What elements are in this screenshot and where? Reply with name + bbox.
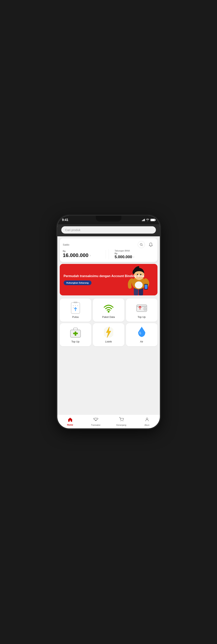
tabungan-amount: 5.000.000 — [115, 255, 132, 259]
keranjang-nav-label: Keranjang — [116, 424, 126, 426]
banner-title: Permudah transaksimu dengan Account Bind… — [64, 274, 153, 278]
wifi-icon — [103, 302, 115, 313]
transaksi-icon — [93, 417, 98, 423]
service-item-paket-data[interactable]: Paket Data — [93, 298, 124, 322]
services-grid: Pulsa Paket D — [57, 297, 160, 348]
signal-icon — [142, 219, 145, 221]
svg-rect-22 — [144, 308, 146, 310]
card-header-row: Saldo — [63, 241, 154, 248]
svg-point-31 — [146, 418, 148, 420]
top-search-input[interactable]: Cari produk — [61, 226, 156, 234]
topup-1-icon — [136, 302, 148, 313]
paket-data-icon-wrap — [103, 302, 115, 314]
svg-line-1 — [142, 245, 142, 246]
listrik-icon-wrap — [103, 326, 115, 338]
balance-divider — [109, 249, 109, 259]
banner-button[interactable]: Hubungkan Sekarang — [64, 280, 91, 285]
banner-text-area: Permudah transaksimu dengan Account Bind… — [60, 270, 157, 289]
phone-wrapper: 9:41 — [55, 214, 162, 430]
bottom-nav: Home Transaksi — [57, 414, 160, 428]
listrik-label: Listrik — [105, 340, 112, 343]
svg-rect-25 — [73, 333, 78, 334]
phone-screen: 9:41 — [57, 216, 160, 428]
air-icon-wrap — [136, 326, 148, 338]
topup-2-icon-wrap — [70, 326, 81, 338]
status-time: 9:41 — [62, 218, 68, 222]
saldo-amount: 16.000.000 — [63, 252, 89, 258]
main-content: Saldo — [57, 236, 160, 414]
paket-data-label: Paket Data — [102, 316, 115, 318]
phone-frame: 9:41 — [57, 216, 160, 428]
balance-columns: Rp 16.000.000 › Tabungan BINA Rp 5.000.0 — [63, 249, 154, 259]
saldo-arrow-icon: › — [90, 254, 91, 257]
pulsa-icon-wrap — [70, 302, 81, 314]
nav-item-home[interactable]: Home — [57, 416, 83, 428]
pulsa-icon — [70, 301, 81, 314]
transaksi-nav-label: Transaksi — [91, 424, 100, 426]
balance-card: Saldo — [60, 238, 157, 262]
balance-main[interactable]: Rp 16.000.000 › — [63, 250, 106, 258]
service-item-top-up-2[interactable]: Top Up — [60, 323, 91, 346]
svg-point-18 — [73, 307, 74, 308]
service-item-top-up-1[interactable]: Top Up — [126, 298, 157, 322]
notch — [96, 216, 121, 222]
topup-2-label: Top Up — [71, 340, 79, 343]
svg-point-15 — [73, 305, 74, 306]
water-icon — [137, 326, 147, 338]
keranjang-icon — [119, 417, 124, 423]
service-item-listrik[interactable]: Listrik — [93, 323, 124, 346]
svg-point-19 — [108, 311, 109, 312]
search-placeholder: Cari produk — [65, 228, 81, 232]
topup-1-label: Top Up — [138, 316, 146, 318]
topup-1-icon-wrap — [136, 302, 148, 314]
status-icons — [142, 218, 155, 222]
bell-button[interactable] — [147, 241, 154, 248]
empty-space — [57, 348, 160, 360]
home-nav-label: Home — [67, 424, 73, 426]
nav-item-transaksi[interactable]: Transaksi — [83, 416, 109, 428]
nav-item-keranjang[interactable]: Keranjang — [109, 416, 134, 428]
top-search-area: Cari produk — [57, 224, 160, 236]
home-icon — [68, 417, 73, 423]
saldo-currency: Rp — [63, 250, 102, 252]
svg-point-29 — [121, 421, 121, 422]
svg-rect-14 — [74, 302, 77, 303]
akun-nav-label: Akun — [144, 424, 149, 426]
wifi-status-icon — [146, 218, 149, 222]
svg-point-16 — [75, 305, 76, 306]
svg-rect-21 — [136, 306, 147, 307]
pulsa-label: Pulsa — [72, 316, 79, 318]
tabungan-arrow-icon: › — [133, 255, 134, 258]
balance-secondary[interactable]: Tabungan BINA Rp 5.000.000 › — [112, 250, 154, 259]
promo-banner[interactable]: Permudah transaksimu dengan Account Bind… — [60, 264, 157, 296]
battery-icon — [150, 219, 155, 221]
svg-point-28 — [95, 418, 97, 420]
service-item-air[interactable]: Air — [126, 323, 157, 346]
topup-2-icon — [70, 327, 81, 338]
akun-icon — [145, 417, 149, 423]
saldo-label: Saldo — [63, 243, 69, 246]
lightning-icon — [104, 326, 113, 338]
service-item-pulsa[interactable]: Pulsa — [60, 298, 91, 322]
search-button[interactable] — [138, 241, 145, 248]
tabungan-currency: Rp — [115, 252, 154, 255]
svg-point-17 — [77, 305, 78, 306]
air-label: Air — [140, 340, 143, 343]
svg-point-30 — [123, 421, 123, 422]
nav-item-akun[interactable]: Akun — [134, 416, 160, 428]
status-bar: 9:41 — [57, 216, 160, 224]
tabungan-label: Tabungan BINA — [115, 250, 154, 252]
